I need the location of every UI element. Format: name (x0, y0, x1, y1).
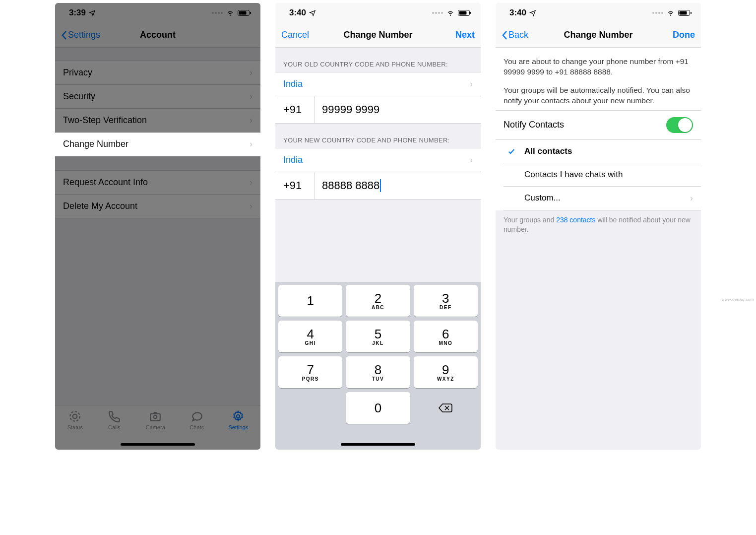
phone-icon (107, 409, 121, 423)
tab-chats[interactable]: Chats (189, 409, 204, 430)
chevron-left-icon (61, 30, 67, 40)
security-row[interactable]: Security› (55, 85, 260, 109)
svg-point-4 (70, 411, 80, 421)
svg-point-6 (154, 415, 157, 419)
contacts-count-link[interactable]: 238 contacts (556, 216, 595, 224)
nav-bar: Settings Account (55, 23, 260, 48)
option-custom[interactable]: Custom... › (504, 187, 701, 210)
chevron-right-icon: › (250, 139, 252, 149)
done-button[interactable]: Done (673, 30, 695, 40)
status-bar: 3:40 (496, 3, 701, 23)
privacy-row[interactable]: Privacy› (55, 61, 260, 85)
cellular-dots-icon (652, 12, 663, 14)
status-time: 3:39 (69, 8, 86, 18)
old-country-row[interactable]: India › (275, 72, 481, 96)
status-bar: 3:39 (55, 3, 260, 23)
svg-rect-10 (470, 12, 471, 14)
cancel-button[interactable]: Cancel (281, 30, 309, 40)
cellular-dots-icon (432, 12, 443, 14)
new-number-row: +91 88888 8888 (275, 172, 481, 200)
location-icon (309, 9, 316, 16)
new-number-section-header: YOUR NEW COUNTRY CODE AND PHONE NUMBER: (275, 124, 481, 148)
old-number-row: +91 99999 9999 (275, 96, 481, 124)
svg-rect-15 (691, 12, 692, 14)
new-country-row[interactable]: India › (275, 148, 481, 172)
watermark: www.deuaq.com (722, 297, 754, 302)
key-2[interactable]: 2ABC (346, 285, 410, 317)
home-indicator[interactable] (121, 443, 195, 446)
change-number-explanation: You are about to change your phone numbe… (496, 48, 701, 111)
key-0[interactable]: 0 (346, 392, 410, 424)
new-phone-number-input[interactable]: 88888 8888 (315, 172, 481, 199)
tab-camera[interactable]: Camera (146, 409, 165, 430)
key-9[interactable]: 9WXYZ (414, 356, 478, 388)
key-6[interactable]: 6MNO (414, 321, 478, 352)
svg-point-3 (73, 414, 77, 419)
nav-bar: Back Change Number Done (496, 23, 701, 48)
key-8[interactable]: 8TUV (346, 356, 410, 388)
notify-contacts-label: Notify Contacts (504, 120, 564, 130)
chevron-right-icon: › (250, 67, 252, 78)
back-button[interactable]: Back (502, 30, 528, 40)
tab-status[interactable]: Status (67, 409, 83, 430)
chevron-right-icon: › (250, 177, 252, 188)
svg-rect-2 (250, 12, 251, 14)
backspace-icon (438, 402, 453, 413)
old-country-code-input[interactable]: +91 (275, 96, 315, 123)
location-icon (529, 9, 536, 16)
key-backspace[interactable] (414, 392, 478, 424)
old-number-section-header: YOUR OLD COUNTRY CODE AND PHONE NUMBER: (275, 48, 481, 72)
change-number-row[interactable]: Change Number› (55, 133, 260, 156)
battery-icon (238, 9, 252, 16)
tab-settings[interactable]: Settings (229, 409, 249, 430)
cellular-dots-icon (212, 12, 223, 14)
nav-bar: Cancel Change Number Next (275, 23, 481, 48)
chat-icon (190, 409, 204, 423)
wifi-icon (226, 9, 235, 16)
option-all-contacts[interactable]: All contacts (504, 140, 701, 163)
two-step-verification-row[interactable]: Two-Step Verification› (55, 109, 260, 133)
svg-rect-9 (459, 11, 467, 15)
old-phone-number-input[interactable]: 99999 9999 (315, 96, 481, 123)
key-4[interactable]: 4GHI (278, 321, 342, 352)
svg-point-7 (237, 415, 240, 418)
status-time: 3:40 (289, 8, 306, 18)
back-label: Settings (68, 30, 100, 40)
new-country-code-input[interactable]: +91 (275, 172, 315, 199)
back-button[interactable]: Settings (61, 30, 100, 40)
chevron-left-icon (502, 30, 507, 40)
chevron-right-icon: › (250, 201, 252, 211)
change-number-confirm-screen: 3:40 Back Change Number Done You are abo… (496, 3, 701, 450)
key-1[interactable]: 1 (278, 285, 342, 317)
next-button[interactable]: Next (455, 30, 475, 40)
tab-calls[interactable]: Calls (107, 409, 121, 430)
key-7[interactable]: 7PQRS (278, 356, 342, 388)
notify-options-group: All contacts Contacts I have chats with … (496, 140, 701, 210)
svg-rect-1 (239, 11, 247, 15)
chevron-right-icon: › (250, 91, 252, 102)
text-cursor (380, 179, 381, 192)
notify-contacts-toggle[interactable] (666, 117, 693, 133)
gear-icon (231, 409, 245, 423)
location-icon (89, 9, 96, 16)
account-options-group-2: Request Account Info› Delete My Account› (55, 170, 260, 218)
svg-rect-5 (151, 414, 161, 421)
home-indicator[interactable] (341, 443, 415, 446)
chevron-right-icon: › (470, 155, 473, 165)
change-number-input-screen: 3:40 Cancel Change Number Next YOUR OLD … (275, 3, 481, 450)
svg-rect-14 (680, 11, 687, 15)
key-3[interactable]: 3DEF (414, 285, 478, 317)
status-time: 3:40 (509, 8, 526, 18)
account-options-group-1: Privacy› Security› Two-Step Verification… (55, 61, 260, 156)
chevron-right-icon: › (250, 115, 252, 126)
account-settings-screen: 3:39 Settings Account Privacy› Security›… (55, 3, 260, 450)
status-bar: 3:40 (275, 3, 481, 23)
delete-account-row[interactable]: Delete My Account› (55, 195, 260, 218)
numeric-keypad: 1 2ABC 3DEF 4GHI 5JKL 6MNO 7PQRS 8TUV 9W… (275, 282, 481, 450)
request-account-info-row[interactable]: Request Account Info› (55, 170, 260, 195)
notify-footer-note: Your groups and 238 contacts will be not… (496, 210, 701, 239)
key-5[interactable]: 5JKL (346, 321, 410, 352)
option-chats-contacts[interactable]: Contacts I have chats with (504, 163, 701, 187)
wifi-icon (446, 9, 455, 16)
checkmark-icon (507, 147, 515, 155)
